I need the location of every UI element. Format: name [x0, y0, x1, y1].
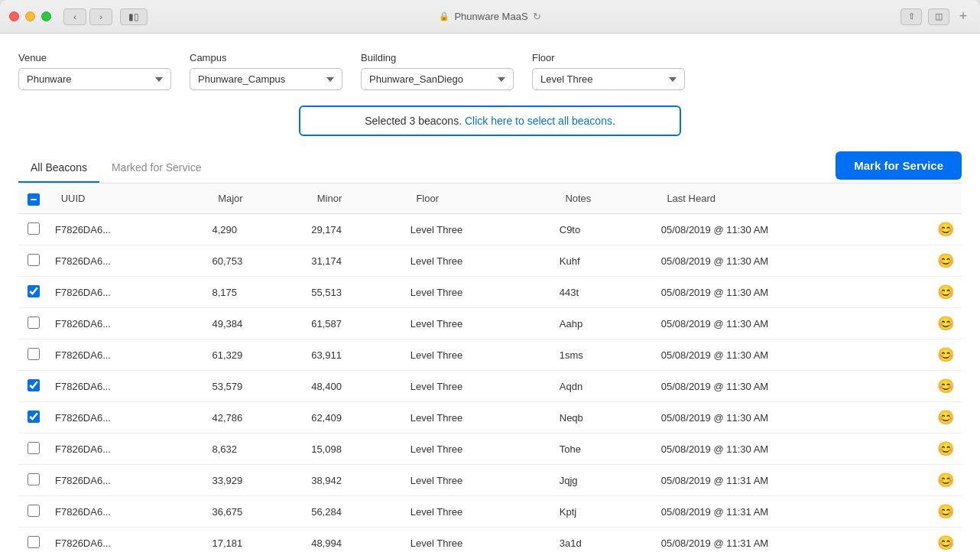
campus-label: Campus [190, 52, 342, 63]
header-notes[interactable]: Notes [553, 183, 655, 214]
table-row: F7826DA6...60,75331,174Level ThreeKuhf05… [18, 245, 962, 277]
selection-text: Selected 3 beacons. [365, 115, 465, 127]
last-heard-cell: 05/08/2019 @ 11:30 AM [655, 277, 931, 308]
uuid-cell: F7826DA6... [49, 245, 206, 277]
table-row: F7826DA6...8,17555,513Level Three443t05/… [18, 277, 962, 308]
last-heard-cell: 05/08/2019 @ 11:30 AM [655, 308, 931, 339]
row-checkbox[interactable] [28, 505, 40, 517]
row-checkbox[interactable] [28, 536, 40, 548]
table-row: F7826DA6...53,57948,400Level ThreeAqdn05… [18, 371, 962, 402]
tab-marked-for-service[interactable]: Marked for Service [99, 154, 213, 183]
table-row: F7826DA6...33,92938,942Level ThreeJqjg05… [18, 465, 962, 496]
major-cell: 17,181 [206, 528, 306, 553]
maximize-button[interactable] [41, 11, 51, 21]
major-cell: 61,329 [206, 339, 306, 371]
row-checkbox-cell [18, 465, 49, 496]
row-checkbox[interactable] [28, 317, 40, 329]
notes-cell: Kuhf [553, 245, 655, 277]
refresh-icon[interactable]: ↻ [533, 11, 541, 22]
uuid-cell: F7826DA6... [49, 277, 206, 308]
row-checkbox[interactable] [28, 222, 40, 235]
smiley-icon: 😊 [937, 378, 954, 394]
row-checkbox[interactable] [28, 348, 40, 360]
row-checkbox-cell [18, 433, 49, 465]
notes-cell: Kptj [553, 496, 655, 528]
status-icon-cell: 😊 [931, 465, 962, 496]
building-select[interactable]: Phunware_SanDiego [361, 68, 514, 90]
notes-cell: Aqdn [553, 371, 655, 402]
main-content: Venue Phunware Campus Phunware_Campus Bu… [0, 34, 980, 552]
floor-select[interactable]: Level Three [532, 68, 685, 90]
mark-for-service-button[interactable]: Mark for Service [836, 151, 962, 180]
status-icon-cell: 😊 [931, 277, 962, 308]
status-icon-cell: 😊 [931, 308, 962, 339]
table-body: F7826DA6...4,29029,174Level ThreeC9to05/… [18, 214, 962, 553]
floor-cell: Level Three [404, 371, 553, 402]
header-minor[interactable]: Minor [305, 183, 404, 214]
uuid-cell: F7826DA6... [49, 339, 206, 371]
minor-cell: 62,409 [305, 402, 404, 433]
venue-label: Venue [18, 52, 171, 63]
campus-select[interactable]: Phunware_Campus [190, 68, 342, 90]
floor-cell: Level Three [404, 433, 553, 465]
tab-all-beacons[interactable]: All Beacons [18, 154, 99, 183]
venue-filter-group: Venue Phunware [18, 52, 171, 90]
row-checkbox-cell [18, 308, 49, 339]
smiley-icon: 😊 [937, 535, 954, 550]
add-tab-button[interactable]: + [956, 8, 971, 25]
forward-button[interactable]: › [89, 8, 112, 25]
row-checkbox[interactable] [28, 285, 40, 297]
minimize-button[interactable] [25, 11, 35, 21]
header-floor[interactable]: Floor [404, 183, 553, 214]
close-button[interactable] [9, 11, 19, 21]
header-last-heard[interactable]: Last Heard [655, 183, 931, 214]
table-header-row: UUID Major Minor Floor [18, 183, 962, 214]
notes-cell: Neqb [553, 402, 655, 433]
status-icon-cell: 😊 [931, 528, 962, 553]
status-icon-cell: 😊 [931, 433, 962, 465]
header-major[interactable]: Major [206, 183, 306, 214]
smiley-icon: 😊 [937, 410, 954, 425]
notes-cell: 3a1d [553, 528, 655, 553]
row-checkbox[interactable] [28, 473, 40, 485]
header-uuid[interactable]: UUID [49, 183, 206, 214]
row-checkbox[interactable] [28, 254, 40, 266]
row-checkbox[interactable] [28, 379, 40, 391]
sidebar-toggle-button[interactable]: ▮▯ [120, 8, 148, 25]
window: ‹ › ▮▯ 🔒 Phunware MaaS ↻ ⇧ ◫ + Venue Phu… [0, 0, 980, 552]
floor-cell: Level Three [404, 402, 553, 433]
notes-cell: Jqjg [553, 465, 655, 496]
venue-select[interactable]: Phunware [18, 68, 171, 90]
table-row: F7826DA6...8,63215,098Level ThreeTohe05/… [18, 433, 962, 465]
notes-cell: Tohe [553, 433, 655, 465]
minor-cell: 61,587 [305, 308, 404, 339]
notes-cell: Aahp [553, 308, 655, 339]
floor-cell: Level Three [404, 245, 553, 277]
status-icon-cell: 😊 [931, 245, 962, 277]
table-row: F7826DA6...36,67556,284Level ThreeKptj05… [18, 496, 962, 528]
header-checkbox-cell [18, 183, 49, 214]
row-checkbox[interactable] [28, 411, 40, 423]
header-checkbox[interactable] [28, 193, 40, 206]
floor-cell: Level Three [404, 465, 553, 496]
major-cell: 49,384 [206, 308, 306, 339]
floor-cell: Level Three [404, 496, 553, 528]
row-checkbox-cell [18, 214, 49, 245]
row-checkbox-cell [18, 245, 49, 277]
row-checkbox-cell [18, 277, 49, 308]
title-bar: ‹ › ▮▯ 🔒 Phunware MaaS ↻ ⇧ ◫ + [0, 0, 980, 34]
selection-banner: Selected 3 beacons. Click here to select… [299, 106, 681, 136]
floor-cell: Level Three [404, 528, 553, 553]
share-button[interactable]: ⇧ [900, 8, 922, 25]
tab-button[interactable]: ◫ [928, 8, 949, 25]
floor-cell: Level Three [404, 339, 553, 371]
minor-cell: 29,174 [305, 214, 404, 245]
last-heard-cell: 05/08/2019 @ 11:30 AM [655, 339, 931, 371]
select-all-link[interactable]: Click here to select all beacons. [465, 115, 615, 127]
table-row: F7826DA6...4,29029,174Level ThreeC9to05/… [18, 214, 962, 245]
back-button[interactable]: ‹ [63, 8, 86, 25]
status-icon-cell: 😊 [931, 371, 962, 402]
row-checkbox[interactable] [28, 442, 40, 454]
smiley-icon: 😊 [937, 504, 954, 519]
smiley-icon: 😊 [937, 441, 954, 456]
